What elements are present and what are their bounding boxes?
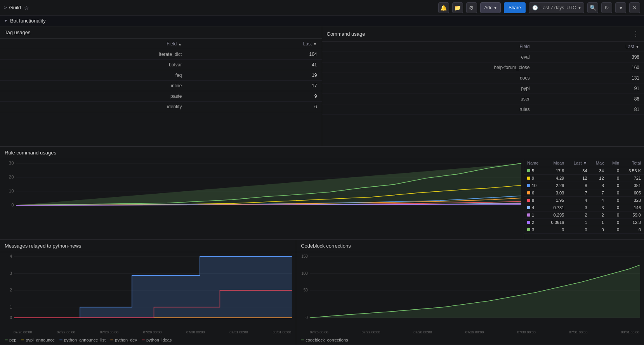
codeblock-legend: codeblock_corrections xyxy=(296,336,644,345)
table-row: user86 xyxy=(322,94,644,104)
chevron-down-icon: ▾ xyxy=(578,5,581,10)
table-row: iterate_dict104 xyxy=(0,49,322,60)
main-content: ▼ Bot functionality Tag usages Field ▲ L… xyxy=(0,16,644,345)
collapse-icon[interactable]: ▼ xyxy=(4,19,8,23)
sort-icon[interactable]: ▼ xyxy=(313,42,317,46)
tag-usages-header: Tag usages xyxy=(0,26,322,39)
legend-codeblock-corrections: codeblock_corrections xyxy=(301,338,348,342)
svg-text:3: 3 xyxy=(10,270,12,275)
codeblock-panel: Codeblock corrections 150 100 50 0 xyxy=(296,240,644,345)
col-total[interactable]: Total xyxy=(622,159,644,167)
messages-legend: pep pypi_announce python_announce_list p… xyxy=(0,336,296,345)
table-row: rules81 xyxy=(322,104,644,115)
table-row: pypi91 xyxy=(322,83,644,94)
svg-marker-28 xyxy=(310,265,640,318)
list-item: 2 0.0616 1 1 0 12.3 xyxy=(524,219,644,226)
section-title: Bot functionality xyxy=(10,18,46,24)
breadcrumb: > Guild xyxy=(4,5,21,10)
svg-text:4: 4 xyxy=(10,254,12,258)
rule-command-sidebar: Name Mean Last ▼ Max Min Total 5 17.6 34… xyxy=(524,159,644,239)
messages-x-labels: 07/26 00:0007/27 00:0007/28 00:0007/29 0… xyxy=(0,328,296,336)
legend-pep: pep xyxy=(5,338,16,342)
svg-text:1: 1 xyxy=(10,305,12,309)
chevron-down-icon: ▾ xyxy=(494,5,496,10)
svg-marker-19 xyxy=(14,257,292,318)
add-button[interactable]: Add ▾ xyxy=(480,2,501,13)
list-item: 4 0.731 3 3 0 146 xyxy=(524,204,644,212)
rule-command-title: Rule command usages xyxy=(5,150,56,156)
svg-text:0: 0 xyxy=(10,315,12,320)
svg-text:100: 100 xyxy=(301,271,308,275)
col-name[interactable]: Name xyxy=(524,159,545,167)
table-row: help-forum_close160 xyxy=(322,62,644,73)
svg-text:30: 30 xyxy=(9,161,14,165)
col-max[interactable]: Max xyxy=(590,159,607,167)
list-item: 10 2.26 8 8 0 381 xyxy=(524,182,644,189)
codeblock-chart-wrapper: 150 100 50 0 xyxy=(296,252,644,328)
panel-menu-icon[interactable]: ⋮ xyxy=(632,29,639,38)
share-button[interactable]: Share xyxy=(504,2,526,13)
rule-command-header: Rule command usages xyxy=(0,147,644,159)
list-item: 6 3.03 7 7 0 605 xyxy=(524,189,644,197)
star-icon[interactable]: ☆ xyxy=(24,5,29,11)
messages-relayed-panel: Messages relayed to python-news 4 3 2 1 … xyxy=(0,240,296,345)
tag-usages-title: Tag usages xyxy=(5,29,31,35)
svg-text:0: 0 xyxy=(11,203,14,207)
section-header: ▼ Bot functionality xyxy=(0,16,644,26)
list-item: 3 0 0 0 0 0 xyxy=(524,226,644,234)
table-row: inline17 xyxy=(0,81,322,91)
col-mean[interactable]: Mean xyxy=(545,159,567,167)
messages-chart-wrapper: 4 3 2 1 0 xyxy=(0,252,296,328)
tag-usages-table: Field ▲ Last ▼ iterate_dict104botvar41fa… xyxy=(0,39,322,112)
legend-python-dev: python_dev xyxy=(110,338,137,342)
settings-icon[interactable]: ⚙ xyxy=(466,2,477,13)
sort-icon[interactable]: ▲ xyxy=(178,42,182,46)
topbar-actions: 🔔 📁 ⚙ Add ▾ Share 🕐 Last 7 days UTC ▾ 🔍 … xyxy=(438,2,640,13)
tag-usages-panel: Tag usages Field ▲ Last ▼ iterate_dict10… xyxy=(0,26,322,146)
sort-icon[interactable]: ▼ xyxy=(635,45,639,49)
topbar: > Guild ☆ 🔔 📁 ⚙ Add ▾ Share 🕐 Last 7 day… xyxy=(0,0,644,16)
legend-python-announce-list: python_announce_list xyxy=(59,338,106,342)
notification-icon[interactable]: 🔔 xyxy=(438,2,449,13)
legend-python-ideas: python_ideas xyxy=(142,338,172,342)
table-row: docs131 xyxy=(322,73,644,83)
list-item: 8 1.95 4 4 0 328 xyxy=(524,197,644,204)
col-last: Last ▼ xyxy=(535,42,644,52)
svg-text:0: 0 xyxy=(306,316,308,320)
command-usage-header: Command usage ⋮ xyxy=(322,26,644,42)
codeblock-title: Codeblock corrections xyxy=(301,243,351,249)
command-usage-panel: Command usage ⋮ Field Last ▼ eval398help… xyxy=(322,26,644,146)
row-top: Tag usages Field ▲ Last ▼ iterate_dict10… xyxy=(0,26,644,147)
library-icon[interactable]: 📁 xyxy=(452,2,463,13)
command-usage-table: Field Last ▼ eval398help-forum_close160d… xyxy=(322,42,644,115)
rule-chart-container: 30 20 10 0 xyxy=(0,159,644,239)
list-item: 9 4.29 12 12 0 721 xyxy=(524,175,644,182)
col-last[interactable]: Last ▼ xyxy=(567,159,590,167)
messages-relayed-header: Messages relayed to python-news xyxy=(0,240,296,252)
breadcrumb-guild[interactable]: Guild xyxy=(9,5,21,10)
refresh-icon[interactable]: ↻ xyxy=(601,2,612,13)
close-icon[interactable]: ✕ xyxy=(629,2,640,13)
chevron-down-icon[interactable]: ▾ xyxy=(615,2,626,13)
table-row: paste9 xyxy=(0,91,322,102)
svg-text:150: 150 xyxy=(301,254,308,258)
rule-command-chart: 30 20 10 0 xyxy=(0,159,524,239)
col-field: Field ▲ xyxy=(0,39,186,49)
legend-pypi-announce: pypi_announce xyxy=(21,338,55,342)
codeblock-header: Codeblock corrections xyxy=(296,240,644,252)
rule-chart-main: 30 20 10 0 xyxy=(0,159,524,239)
svg-text:10: 10 xyxy=(9,189,14,193)
list-item: 1 0.295 2 2 0 59.0 xyxy=(524,212,644,219)
codeblock-x-labels: 07/26 00:0007/27 00:0007/28 00:0007/29 0… xyxy=(296,328,644,336)
rule-command-panel: Rule command usages 30 20 10 0 xyxy=(0,147,644,239)
row-bot: Messages relayed to python-news 4 3 2 1 … xyxy=(0,240,644,345)
zoom-out-icon[interactable]: 🔍 xyxy=(587,2,598,13)
col-field: Field xyxy=(322,42,535,52)
svg-text:2: 2 xyxy=(10,288,12,292)
table-row: faq19 xyxy=(0,70,322,81)
table-row: eval398 xyxy=(322,52,644,62)
command-usage-title: Command usage xyxy=(327,31,365,37)
col-min[interactable]: Min xyxy=(607,159,622,167)
clock-icon: 🕐 xyxy=(532,5,538,10)
time-range-picker[interactable]: 🕐 Last 7 days UTC ▾ xyxy=(529,2,584,13)
